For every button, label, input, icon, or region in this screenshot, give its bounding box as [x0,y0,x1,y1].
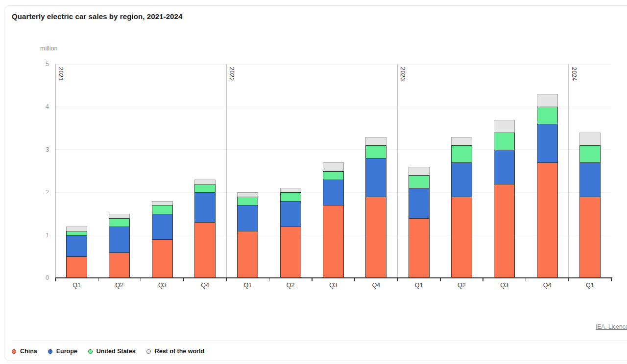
bar-segment-rest-of-the-world-1[interactable] [66,227,87,231]
bar-segment-rest-of-the-world-6[interactable] [280,188,301,192]
bar-segment-rest-of-the-world-8[interactable] [365,137,386,145]
x-axis-tick [312,278,313,281]
y-tick-label-0: 0 [31,274,49,282]
bar-segment-china-11[interactable] [494,184,515,278]
plot-area: 0123452021202220232024Q1Q2Q3Q4Q1Q2Q3Q4Q1… [0,0,627,364]
bar-segment-europe-8[interactable] [365,158,386,197]
bar-segment-rest-of-the-world-4[interactable] [194,180,216,184]
year-label-2022: 2022 [228,67,235,81]
year-divider-2022 [226,64,227,278]
year-label-2021: 2021 [57,67,64,81]
bar-segment-europe-7[interactable] [323,180,344,205]
legend-dot-united-states [88,349,93,354]
bar-segment-europe-3[interactable] [152,214,173,239]
bar-segment-china-12[interactable] [537,162,558,278]
bar-segment-europe-5[interactable] [237,205,258,230]
y-tick-label-4: 4 [31,103,49,111]
bar-segment-china-10[interactable] [451,197,472,278]
bar-segment-united-states-12[interactable] [537,107,558,124]
legend-label: China [20,348,37,355]
x-axis-tick [482,278,483,281]
bar-segment-united-states-5[interactable] [237,197,258,205]
bar-segment-united-states-1[interactable] [66,231,87,235]
bar-segment-rest-of-the-world-5[interactable] [237,192,258,197]
x-tick-label-7: Q3 [312,282,355,289]
bar-segment-china-8[interactable] [365,197,386,278]
bar-segment-europe-12[interactable] [537,124,558,162]
x-tick-label-13: Q1 [569,282,611,289]
bar-segment-europe-4[interactable] [194,192,216,222]
bar-segment-china-4[interactable] [194,222,216,278]
x-tick-label-9: Q1 [397,282,440,289]
y-tick-label-2: 2 [31,188,49,196]
bar-segment-united-states-9[interactable] [409,175,430,188]
x-axis-tick [98,278,99,281]
legend-label: Rest of the world [155,348,204,355]
x-tick-label-2: Q2 [98,282,141,289]
legend-item-rest-of-the-world[interactable]: Rest of the world [146,348,204,355]
bar-segment-united-states-6[interactable] [280,192,301,201]
bar-segment-rest-of-the-world-9[interactable] [409,167,430,175]
bar-segment-united-states-13[interactable] [579,145,601,162]
legend-dot-rest-of-the-world [146,349,151,354]
bar-segment-rest-of-the-world-12[interactable] [537,94,558,107]
bar-segment-china-1[interactable] [66,256,87,278]
bar-segment-united-states-10[interactable] [451,145,472,162]
legend-item-europe[interactable]: Europe [48,348,77,355]
legend-divider [12,341,627,341]
y-tick-label-5: 5 [31,60,49,68]
legend-item-china[interactable]: China [12,348,37,355]
x-axis-tick [397,278,398,281]
bar-segment-europe-13[interactable] [579,162,601,197]
bar-segment-united-states-7[interactable] [323,171,344,180]
bar-segment-europe-1[interactable] [66,235,87,257]
gridline-5 [55,64,611,65]
x-tick-label-12: Q4 [526,282,568,289]
bar-segment-china-5[interactable] [237,231,258,278]
bar-segment-rest-of-the-world-3[interactable] [152,201,173,205]
x-tick-label-1: Q1 [55,282,98,289]
legend-dot-europe [48,349,52,354]
bar-segment-united-states-4[interactable] [194,184,216,192]
x-axis-tick [269,278,270,281]
x-tick-label-8: Q4 [355,282,397,289]
bar-segment-united-states-3[interactable] [152,205,173,213]
bar-segment-rest-of-the-world-10[interactable] [451,137,472,145]
bar-segment-china-3[interactable] [152,239,173,278]
bar-segment-rest-of-the-world-11[interactable] [494,120,515,133]
bar-segment-united-states-8[interactable] [365,145,386,158]
bar-segment-rest-of-the-world-13[interactable] [579,133,601,145]
year-label-2023: 2023 [399,67,406,81]
x-axis-tick [440,278,441,281]
bar-segment-rest-of-the-world-2[interactable] [109,214,130,218]
year-divider-2021 [55,64,56,278]
gridline-3 [55,149,611,150]
bar-segment-china-9[interactable] [409,218,430,278]
legend-item-united-states[interactable]: United States [88,348,136,355]
x-axis-line [55,277,612,278]
bar-segment-europe-6[interactable] [280,201,301,227]
bar-segment-europe-11[interactable] [494,150,515,184]
x-tick-label-11: Q3 [483,282,526,289]
gridline-4 [55,107,611,107]
page: { "header": { "title": "Quarterly electr… [0,0,627,364]
bar-segment-china-13[interactable] [579,197,601,278]
bar-segment-europe-2[interactable] [109,227,130,252]
bar-segment-rest-of-the-world-7[interactable] [323,162,344,171]
legend-dot-china [12,349,16,354]
x-tick-label-5: Q1 [226,282,269,289]
bar-segment-china-2[interactable] [109,252,130,278]
x-axis-tick [611,278,612,281]
bar-segment-europe-9[interactable] [409,188,430,218]
x-tick-label-10: Q2 [440,282,483,289]
bar-segment-china-6[interactable] [280,227,301,278]
bar-segment-china-7[interactable] [323,205,344,278]
bar-segment-united-states-11[interactable] [494,133,515,150]
y-tick-label-1: 1 [31,231,49,239]
bar-segment-united-states-2[interactable] [109,218,130,227]
bar-segment-europe-10[interactable] [451,162,472,197]
source-link[interactable]: IEA. Licence [596,323,627,330]
x-axis-tick [226,278,227,281]
x-axis-tick [354,278,355,281]
legend-label: United States [96,348,136,355]
